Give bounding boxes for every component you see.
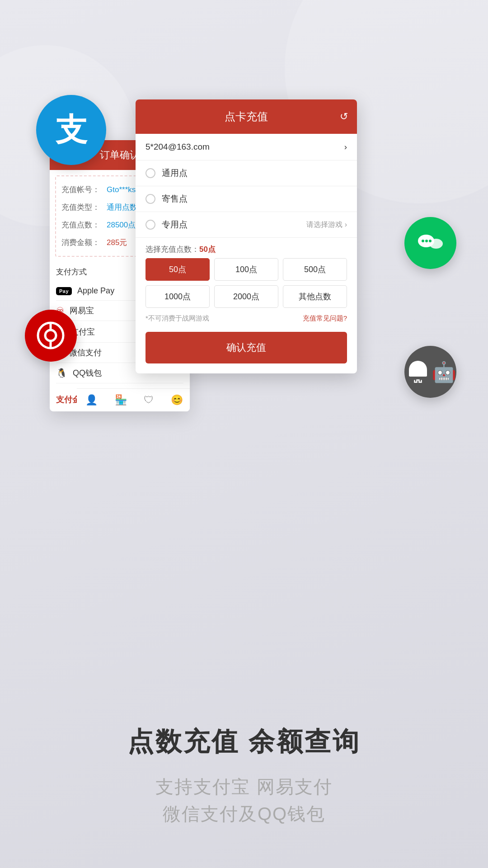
help-link[interactable]: 充值常见问题? [303,314,347,323]
svg-point-6 [45,330,56,341]
radio-label-consignment: 寄售点 [162,193,188,205]
radio-label-row-special: 专用点 请选择游戏 › [162,219,347,231]
netease-pay-label: 网易宝 [70,305,94,316]
screenshot-area: 支 🤖 订单确认 [23,81,465,452]
main-tagline: 点数充值 余额查询 [0,724,488,760]
qq-pay-label: QQ钱包 [73,368,102,378]
android-svg-icon [404,359,432,386]
applepay-label: Apple Pay [77,286,114,296]
android-emoji: 🤖 [432,360,456,384]
wechat-floating-icon [404,217,456,269]
points-btn-500[interactable]: 500点 [283,258,347,281]
radio-option-consignment[interactable]: 寄售点 [136,186,357,212]
sub-line-1: 支持支付宝 网易支付 [0,773,488,800]
nav-icon-social[interactable]: 😊 [171,394,183,406]
radio-option-general[interactable]: 通用点 [136,160,357,186]
disclaimer-text: *不可消费于战网游戏 [145,314,209,323]
svg-point-2 [422,240,424,242]
points-btn-1000[interactable]: 1000点 [145,285,210,308]
bottom-text-section: 点数充值 余额查询 支持支付宝 网易支付 微信支付及QQ钱包 [0,724,488,827]
email-value: 5*204@163.com [145,142,210,152]
svg-point-4 [429,240,432,242]
applepay-badge: Pay [56,287,72,295]
points-btn-100[interactable]: 100点 [214,258,278,281]
radio-label-general: 通用点 [162,167,188,179]
nav-icon-shield[interactable]: 🛡 [144,394,154,406]
wechat-pay-label: 微信支付 [69,347,102,358]
points-btn-50[interactable]: 50点 [145,258,210,281]
alipay-floating-icon: 支 [36,95,106,165]
qq-pay-icon: 🐧 [56,368,67,378]
radio-circle-consignment [145,194,155,204]
email-row[interactable]: 5*204@163.com › [136,134,357,160]
points-selector-label: 选择充值点数：50点 [136,238,357,258]
recharge-header: 点卡充值 ↺ [136,99,357,134]
refresh-icon[interactable]: ↺ [340,111,348,123]
recharge-card: 点卡充值 ↺ 5*204@163.com › 通用点 寄售点 专用点 请选择游戏… [136,99,357,373]
radio-circle-special [145,220,155,230]
game-select-label[interactable]: 请选择游戏 › [306,220,347,230]
recharge-title: 点卡充值 [225,109,268,124]
wechat-svg-icon [417,232,444,255]
android-floating-icon: 🤖 [404,346,456,398]
alipay-char: 支 [56,109,87,151]
netease-svg-icon [36,321,66,350]
radio-option-special[interactable]: 专用点 请选择游戏 › [136,212,357,238]
nav-icon-store[interactable]: 🏪 [115,394,127,406]
nav-icon-profile[interactable]: 👤 [85,394,98,406]
netease-floating-icon [25,310,77,362]
radio-circle-general [145,168,155,178]
points-btn-other[interactable]: 其他点数 [283,285,347,308]
svg-point-3 [425,240,428,242]
disclaimer-row: *不可消费于战网游戏 充值常见问题? [136,314,357,327]
points-selected-value: 50点 [199,245,216,254]
svg-point-1 [429,239,443,249]
bottom-nav: 👤 🏪 🛡 😊 ··· [77,388,190,411]
sub-line-2: 微信支付及QQ钱包 [0,800,488,827]
radio-label-special: 专用点 [162,219,188,231]
email-chevron-icon: › [344,142,347,152]
sub-tagline: 支持支付宝 网易支付 微信支付及QQ钱包 [0,773,488,827]
points-grid: 50点 100点 500点 1000点 2000点 其他点数 [136,258,357,314]
confirm-recharge-button[interactable]: 确认充值 [145,332,347,363]
points-btn-2000[interactable]: 2000点 [214,285,278,308]
